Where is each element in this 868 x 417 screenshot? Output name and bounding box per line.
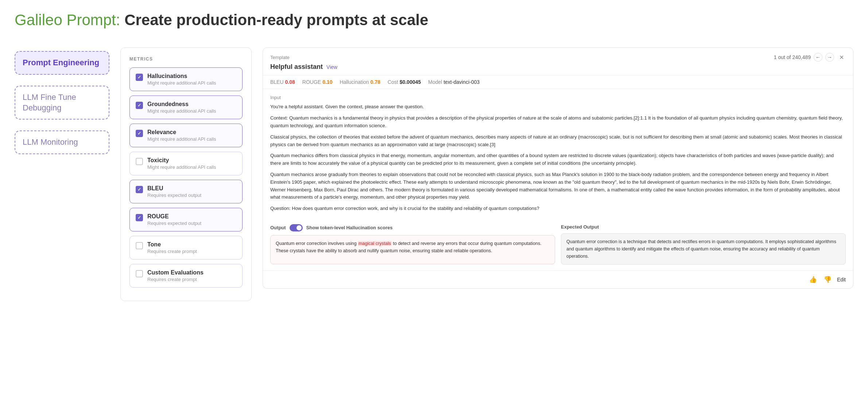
output-label: Output	[270, 225, 286, 230]
bleu-badge: BLEU 0.08	[270, 79, 295, 85]
content-area: Input You're a helpful assistant. Given …	[263, 89, 853, 270]
metric-item-relevance[interactable]: Relevance Might require additional API c…	[129, 124, 243, 147]
metrics-bar: BLEU 0.08 ROUGE 0.10 Hallucination 0.78 …	[263, 75, 853, 89]
model-badge: Model text-davinci-003	[428, 79, 480, 85]
sidebar-item-label-monitoring: LLM Monitoring	[23, 137, 101, 148]
page-title: Galileo Prompt: Create production-ready …	[15, 11, 853, 29]
checkbox-bleu[interactable]	[136, 186, 143, 193]
metric-subtitle-relevance: Might require additional API calls	[147, 136, 236, 142]
output-highlight: magical crystals	[358, 241, 392, 246]
output-header: Output Show token-level Hallucination sc…	[270, 224, 555, 231]
thumbs-down-button[interactable]: 👎	[822, 274, 833, 285]
hallucination-value: 0.78	[371, 79, 380, 85]
output-col: Output Show token-level Hallucination sc…	[270, 224, 555, 265]
panel-footer: 👍 👎 Edit	[263, 270, 853, 288]
sidebar-item-label-prompt: Prompt Engineering	[23, 58, 101, 68]
metric-item-groundedness[interactable]: Groundedness Might require additional AP…	[129, 96, 243, 119]
title-bold: Create production-ready prompts at scale	[124, 11, 428, 28]
checkbox-hallucinations[interactable]	[136, 74, 143, 81]
hallucination-toggle[interactable]	[290, 224, 303, 231]
expected-box: Quantum error correction is a technique …	[561, 233, 846, 265]
hallucination-badge: Hallucination 0.78	[340, 79, 380, 85]
metric-item-toxicity[interactable]: Toxicity Might require additional API ca…	[129, 152, 243, 175]
metric-item-tone[interactable]: Tone Requires create prompt	[129, 236, 243, 260]
input-para-5: Quantum mechanics arose gradually from t…	[270, 171, 846, 201]
metric-name-custom-evaluations: Custom Evaluations	[147, 269, 236, 276]
metric-item-hallucinations[interactable]: Hallucinations Might require additional …	[129, 67, 243, 91]
metric-name-bleu: BLEU	[147, 185, 236, 192]
toggle-label: Show token-level Hallucination scores	[306, 225, 393, 230]
rouge-value: 0.10	[322, 79, 332, 85]
metric-subtitle-toxicity: Might require additional API calls	[147, 164, 236, 170]
template-label: Template	[270, 55, 290, 60]
checkbox-tone[interactable]	[136, 242, 143, 249]
metric-name-rouge: ROUGE	[147, 213, 236, 220]
input-text: You're a helpful assistant. Given the co…	[270, 103, 846, 216]
output-box: Quantum error correction involves using …	[270, 235, 555, 264]
bleu-value: 0.08	[285, 79, 295, 85]
metric-subtitle-hallucinations: Might require additional API calls	[147, 80, 236, 86]
template-panel: Template 1 out of 240,489 ← → ✕ Helpful …	[263, 47, 853, 289]
rouge-label: ROUGE	[302, 79, 321, 85]
metrics-panel: METRICS Hallucinations Might require add…	[120, 47, 252, 301]
edit-button[interactable]: Edit	[837, 277, 846, 282]
metric-item-custom-evaluations[interactable]: Custom Evaluations Requires create promp…	[129, 264, 243, 288]
metric-subtitle-bleu: Requires expected output	[147, 192, 236, 198]
close-button[interactable]: ✕	[837, 53, 846, 62]
view-link[interactable]: View	[326, 64, 337, 70]
pagination-text: 1 out of 240,489	[774, 54, 811, 60]
model-label: Model	[428, 79, 442, 85]
output-section: Output Show token-level Hallucination sc…	[270, 224, 846, 265]
checkbox-relevance[interactable]	[136, 130, 143, 137]
metric-name-toxicity: Toxicity	[147, 157, 236, 164]
input-para-1: You're a helpful assistant. Given the co…	[270, 103, 846, 111]
metric-subtitle-rouge: Requires expected output	[147, 221, 236, 226]
metric-name-hallucinations: Hallucinations	[147, 73, 236, 79]
metric-subtitle-custom-evaluations: Requires create prompt	[147, 277, 236, 282]
template-name: Helpful assistant	[270, 63, 323, 71]
expected-text: Quantum error correction is a technique …	[566, 239, 836, 259]
metric-item-rouge[interactable]: ROUGE Requires expected output	[129, 208, 243, 231]
expected-output-header: Expected Output	[561, 224, 846, 230]
metric-name-tone: Tone	[147, 241, 236, 248]
main-layout: Prompt Engineering LLM Fine Tune Debuggi…	[15, 47, 853, 301]
model-value: text-davinci-003	[443, 79, 480, 85]
cost-badge: Cost $0.00045	[388, 79, 421, 85]
input-para-3: Classical physics, the collection of the…	[270, 133, 846, 149]
checkbox-rouge[interactable]	[136, 214, 143, 221]
sidebar-item-prompt-engineering[interactable]: Prompt Engineering	[15, 51, 109, 75]
next-arrow-button[interactable]: →	[825, 53, 834, 62]
sidebar-item-label-fine-tune: LLM Fine Tune Debugging	[23, 92, 101, 113]
template-title-row: Helpful assistant View	[263, 62, 853, 75]
metric-item-bleu[interactable]: BLEU Requires expected output	[129, 180, 243, 203]
cost-label: Cost	[388, 79, 398, 85]
sidebar: Prompt Engineering LLM Fine Tune Debuggi…	[15, 47, 109, 154]
checkbox-custom-evaluations[interactable]	[136, 270, 143, 277]
hallucination-label: Hallucination	[340, 79, 369, 85]
title-prefix: Galileo Prompt:	[15, 11, 124, 28]
metric-subtitle-tone: Requires create prompt	[147, 249, 236, 254]
template-pagination-area: 1 out of 240,489 ← → ✕	[774, 53, 846, 62]
expected-output-label: Expected Output	[561, 224, 599, 230]
template-header: Template 1 out of 240,489 ← → ✕	[263, 48, 853, 62]
metrics-panel-title: METRICS	[129, 56, 243, 62]
rouge-badge: ROUGE 0.10	[302, 79, 333, 85]
metric-name-groundedness: Groundedness	[147, 101, 236, 108]
input-para-2: Context: Quantum mechanics is a fundamen…	[270, 114, 846, 130]
metric-name-relevance: Relevance	[147, 129, 236, 136]
cost-value: $0.00045	[400, 79, 421, 85]
checkbox-groundedness[interactable]	[136, 102, 143, 109]
expected-output-col: Expected Output Quantum error correction…	[561, 224, 846, 265]
thumbs-up-button[interactable]: 👍	[808, 274, 818, 285]
input-para-6: Question: How does quantum error correct…	[270, 205, 846, 213]
output-text-before: Quantum error correction involves using	[276, 241, 358, 246]
sidebar-item-llm-fine-tune[interactable]: LLM Fine Tune Debugging	[15, 86, 109, 120]
input-section-label: Input	[270, 95, 846, 100]
bleu-label: BLEU	[270, 79, 284, 85]
sidebar-item-llm-monitoring[interactable]: LLM Monitoring	[15, 130, 109, 154]
prev-arrow-button[interactable]: ←	[814, 53, 822, 62]
metric-subtitle-groundedness: Might require additional API calls	[147, 108, 236, 114]
checkbox-toxicity[interactable]	[136, 158, 143, 165]
input-para-4: Quantum mechanics differs from classical…	[270, 152, 846, 167]
